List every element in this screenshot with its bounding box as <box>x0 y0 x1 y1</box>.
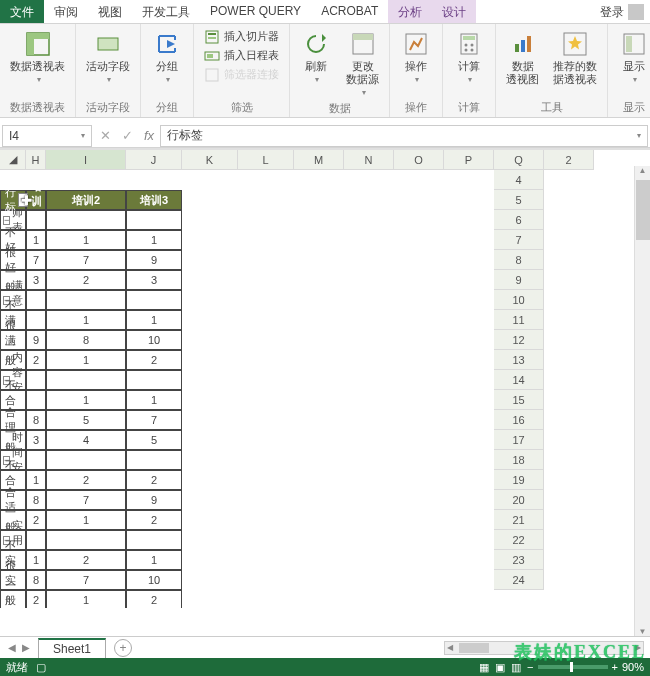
pivot-value[interactable]: 8 <box>46 330 126 350</box>
pivot-value[interactable]: 7 <box>126 410 182 430</box>
column-header[interactable]: J <box>126 150 182 170</box>
formula-input[interactable]: 行标签 <box>160 125 648 147</box>
pivot-value[interactable]: 7 <box>46 250 126 270</box>
pivot-value[interactable]: 8 <box>26 410 46 430</box>
pivot-value[interactable]: 1 <box>26 230 46 250</box>
column-header[interactable]: N <box>344 150 394 170</box>
pivot-value[interactable]: 1 <box>46 310 126 330</box>
pivot-value[interactable]: 2 <box>126 590 182 608</box>
row-header[interactable]: 8 <box>494 250 544 270</box>
pivot-value[interactable]: 1 <box>46 390 126 410</box>
pivot-value[interactable]: 8 <box>26 570 46 590</box>
pivot-value[interactable]: 10 <box>126 330 182 350</box>
cancel-formula-button[interactable]: ✕ <box>94 128 116 143</box>
column-header[interactable]: H <box>26 150 46 170</box>
row-header[interactable]: 23 <box>494 550 544 570</box>
pivot-filter-button[interactable]: ▼ <box>18 193 28 207</box>
pivot-column-header[interactable]: 培训2 <box>46 190 126 210</box>
pivot-value[interactable]: 1 <box>46 590 126 608</box>
pivot-value[interactable] <box>26 310 46 330</box>
show-button[interactable]: 显示 <box>614 28 650 86</box>
row-header[interactable]: 2 <box>544 150 594 170</box>
row-header[interactable]: 24 <box>494 570 544 590</box>
name-box[interactable]: I4 <box>2 125 92 147</box>
row-header[interactable]: 15 <box>494 390 544 410</box>
pivot-value[interactable]: 9 <box>126 490 182 510</box>
actions-button[interactable]: 操作 <box>396 28 436 86</box>
collapse-icon[interactable]: − <box>3 216 10 225</box>
tab-analyze[interactable]: 分析 <box>388 0 432 23</box>
view-normal-icon[interactable]: ▦ <box>479 661 489 674</box>
pivot-value[interactable]: 3 <box>26 270 46 290</box>
column-header[interactable]: P <box>444 150 494 170</box>
pivot-value[interactable]: 8 <box>26 490 46 510</box>
column-header[interactable]: I <box>46 150 126 170</box>
pivot-column-header[interactable]: 培训1 <box>26 190 46 210</box>
row-header[interactable]: 20 <box>494 490 544 510</box>
row-header[interactable]: 14 <box>494 370 544 390</box>
insert-timeline-button[interactable]: 插入日程表 <box>200 47 283 65</box>
column-header[interactable]: L <box>238 150 294 170</box>
pivot-row-label-header[interactable]: 行标▼ <box>0 190 26 210</box>
tab-design[interactable]: 设计 <box>432 0 476 23</box>
pivot-value[interactable]: 3 <box>26 430 46 450</box>
tab-review[interactable]: 审阅 <box>44 0 88 23</box>
pivot-value[interactable]: 7 <box>46 490 126 510</box>
pivot-value[interactable]: 3 <box>126 270 182 290</box>
sheet-nav[interactable]: ◀▶ <box>0 640 38 655</box>
tab-acrobat[interactable]: ACROBAT <box>311 0 388 23</box>
row-header[interactable]: 6 <box>494 210 544 230</box>
accept-formula-button[interactable]: ✓ <box>116 128 138 143</box>
pivot-value[interactable]: 5 <box>126 430 182 450</box>
calc-button[interactable]: 计算 <box>449 28 489 86</box>
pivot-value[interactable]: 7 <box>46 570 126 590</box>
pivot-chart-button[interactable]: 数据 透视图 <box>502 28 543 88</box>
change-source-button[interactable]: 更改 数据源 <box>342 28 383 99</box>
tab-view[interactable]: 视图 <box>88 0 132 23</box>
pivot-value[interactable]: 2 <box>126 350 182 370</box>
view-page-layout-icon[interactable]: ▣ <box>495 661 505 674</box>
sheet-tab[interactable]: Sheet1 <box>38 638 106 658</box>
row-header[interactable]: 21 <box>494 510 544 530</box>
row-header[interactable]: 7 <box>494 230 544 250</box>
pivot-value[interactable]: 2 <box>126 510 182 530</box>
select-all-button[interactable]: ◢ <box>0 150 26 170</box>
pivot-value[interactable] <box>26 390 46 410</box>
row-header[interactable]: 16 <box>494 410 544 430</box>
pivot-value[interactable]: 1 <box>46 510 126 530</box>
group-button[interactable]: 分组 <box>147 28 187 86</box>
add-sheet-button[interactable]: + <box>114 639 132 657</box>
column-header[interactable]: K <box>182 150 238 170</box>
column-header[interactable]: M <box>294 150 344 170</box>
pivot-table-button[interactable]: 数据透视表 <box>6 28 69 86</box>
tab-dev[interactable]: 开发工具 <box>132 0 200 23</box>
pivot-value[interactable]: 1 <box>26 470 46 490</box>
pivot-value[interactable]: 4 <box>46 430 126 450</box>
row-header[interactable]: 22 <box>494 530 544 550</box>
pivot-value[interactable]: 7 <box>26 250 46 270</box>
pivot-value[interactable]: 1 <box>46 230 126 250</box>
pivot-value[interactable]: 1 <box>46 350 126 370</box>
pivot-value[interactable]: 9 <box>26 330 46 350</box>
row-header[interactable]: 5 <box>494 190 544 210</box>
vertical-scrollbar[interactable] <box>634 166 650 636</box>
row-header[interactable]: 10 <box>494 290 544 310</box>
fx-icon[interactable]: fx <box>138 128 160 143</box>
pivot-value[interactable]: 2 <box>26 350 46 370</box>
pivot-value[interactable]: 9 <box>126 250 182 270</box>
row-header[interactable]: 9 <box>494 270 544 290</box>
pivot-value[interactable]: 2 <box>46 550 126 570</box>
pivot-value[interactable]: 2 <box>46 270 126 290</box>
pivot-value[interactable]: 1 <box>26 550 46 570</box>
row-header[interactable]: 18 <box>494 450 544 470</box>
row-header[interactable]: 13 <box>494 350 544 370</box>
insert-slicer-button[interactable]: 插入切片器 <box>200 28 283 46</box>
row-header[interactable]: 4 <box>494 170 544 190</box>
pivot-value[interactable]: 1 <box>126 310 182 330</box>
row-header[interactable]: 11 <box>494 310 544 330</box>
pivot-value[interactable]: 2 <box>126 470 182 490</box>
pivot-column-header[interactable]: 培训3 <box>126 190 182 210</box>
row-header[interactable]: 12 <box>494 330 544 350</box>
pivot-row-label[interactable]: 一般实 <box>0 590 26 608</box>
pivot-value[interactable]: 1 <box>126 390 182 410</box>
